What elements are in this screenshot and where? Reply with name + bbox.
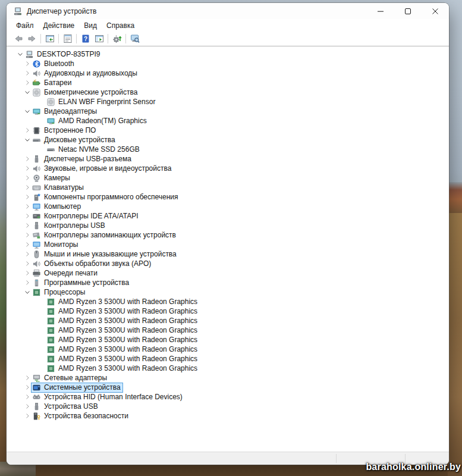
chevron-collapsed-icon[interactable] — [23, 127, 31, 134]
tree-item[interactable]: Компоненты программного обеспечения — [7, 192, 449, 202]
menu-item-help[interactable]: Справка — [102, 20, 139, 31]
tree-item[interactable]: AMD Radeon(TM) Graphics — [7, 116, 449, 126]
wallpaper-cliff-detail — [448, 213, 462, 476]
chevron-expanded-icon[interactable] — [23, 136, 31, 144]
chevron-collapsed-icon[interactable] — [23, 241, 31, 249]
chevron-collapsed-icon[interactable] — [23, 203, 31, 211]
tree-item[interactable]: Устройства USB — [7, 402, 449, 411]
forward-button[interactable] — [25, 33, 39, 45]
minimize-button[interactable] — [367, 3, 394, 19]
chevron-collapsed-icon[interactable] — [23, 70, 31, 77]
properties-button[interactable] — [61, 33, 74, 45]
chevron-collapsed-icon[interactable] — [23, 79, 31, 87]
update-driver-icon — [112, 34, 122, 43]
tree-item-label: Устройства USB — [44, 402, 98, 411]
tree-item-content: Звуковые, игровые и видеоустройства — [31, 164, 174, 174]
tree-item[interactable]: Объекты обработки звука (APO) — [7, 259, 449, 268]
tree-item[interactable]: AMD Ryzen 3 5300U with Radeon Graphics — [7, 345, 449, 354]
chevron-placeholder — [37, 117, 45, 125]
scan-hardware-changes-button[interactable] — [128, 33, 142, 45]
device-tree-pane[interactable]: DESKTOP-835TPI9BluetoothАудиовходы и ауд… — [7, 46, 449, 452]
tree-item[interactable]: Встроенное ПО — [7, 126, 449, 135]
tree-item[interactable]: Устройства HID (Human Interface Devices) — [7, 392, 449, 402]
tree-item[interactable]: Диспетчеры USB-разъема — [7, 154, 449, 164]
tree-item[interactable]: Очереди печати — [7, 268, 449, 278]
update-driver-button[interactable] — [110, 33, 124, 45]
chevron-collapsed-icon[interactable] — [23, 260, 31, 268]
tree-item[interactable]: Мыши и иные указывающие устройства — [7, 249, 449, 259]
tree-item-label: AMD Radeon(TM) Graphics — [58, 117, 147, 126]
tree-item-content: Батареи — [31, 78, 74, 88]
tree-item[interactable]: Процессоры — [7, 287, 449, 297]
display-adapter-icon — [46, 117, 55, 126]
tree-item[interactable]: Netac NVMe SSD 256GB — [7, 145, 449, 154]
chevron-collapsed-icon[interactable] — [23, 212, 31, 220]
tree-item-label: Контроллеры IDE ATA/ATAPI — [44, 212, 139, 221]
help-button[interactable]: ? — [78, 33, 92, 45]
chevron-collapsed-icon[interactable] — [23, 279, 31, 287]
tree-item[interactable]: Дисковые устройства — [7, 135, 449, 145]
title-bar[interactable]: Диспетчер устройств — [7, 3, 449, 19]
tree-item[interactable]: AMD Ryzen 3 5300U with Radeon Graphics — [7, 325, 449, 335]
chevron-collapsed-icon[interactable] — [23, 60, 31, 68]
maximize-button[interactable] — [394, 3, 422, 19]
mouse-icon — [32, 250, 41, 259]
chevron-collapsed-icon[interactable] — [23, 155, 31, 163]
tree-item[interactable]: Компьютер — [7, 202, 449, 211]
show-action-pane-button[interactable] — [92, 33, 106, 45]
tree-item[interactable]: AMD Ryzen 3 5300U with Radeon Graphics — [7, 364, 449, 373]
tree-item[interactable]: Камеры — [7, 173, 449, 183]
toolbar-separator — [58, 34, 59, 43]
chevron-placeholder — [37, 365, 45, 372]
chevron-expanded-icon[interactable] — [16, 51, 24, 58]
chevron-collapsed-icon[interactable] — [23, 222, 31, 230]
tree-item[interactable]: Контроллеры USB — [7, 221, 449, 230]
tree-item[interactable]: Аудиовходы и аудиовыходы — [7, 68, 449, 78]
tree-item[interactable]: Звуковые, игровые и видеоустройства — [7, 164, 449, 173]
chevron-collapsed-icon[interactable] — [23, 393, 31, 401]
chevron-expanded-icon[interactable] — [23, 289, 31, 296]
tree-item[interactable]: DESKTOP-835TPI9 — [7, 49, 449, 59]
chevron-expanded-icon[interactable] — [23, 89, 31, 96]
tree-item[interactable]: ELAN WBF Fingerprint Sensor — [7, 97, 449, 107]
chevron-collapsed-icon[interactable] — [23, 193, 31, 201]
show-hide-console-tree-button[interactable] — [43, 33, 56, 45]
chevron-collapsed-icon[interactable] — [23, 403, 31, 411]
chevron-collapsed-icon[interactable] — [23, 174, 31, 182]
close-button[interactable] — [422, 3, 449, 19]
tree-item[interactable]: AMD Ryzen 3 5300U with Radeon Graphics — [7, 335, 449, 345]
system-icon — [32, 383, 41, 392]
tree-item[interactable]: Мониторы — [7, 240, 449, 249]
tree-item[interactable]: Устройства безопасности — [7, 411, 449, 421]
tree-item[interactable]: Биометрические устройства — [7, 87, 449, 97]
chevron-collapsed-icon[interactable] — [23, 384, 31, 392]
tree-item-content: Компьютер — [31, 202, 83, 212]
chevron-collapsed-icon[interactable] — [23, 412, 31, 420]
menu-item-view[interactable]: Вид — [79, 20, 102, 31]
tree-item[interactable]: AMD Ryzen 3 5300U with Radeon Graphics — [7, 316, 449, 325]
back-button[interactable] — [11, 33, 25, 45]
tree-item[interactable]: Сетевые адаптеры — [7, 373, 449, 383]
tree-item-content: Камеры — [31, 173, 73, 183]
chevron-collapsed-icon[interactable] — [23, 184, 31, 192]
tree-item[interactable]: AMD Ryzen 3 5300U with Radeon Graphics — [7, 297, 449, 306]
chevron-collapsed-icon[interactable] — [23, 374, 31, 382]
tree-item[interactable]: AMD Ryzen 3 5300U with Radeon Graphics — [7, 306, 449, 316]
tree-item[interactable]: Клавиатуры — [7, 183, 449, 192]
tree-item[interactable]: AMD Ryzen 3 5300U with Radeon Graphics — [7, 354, 449, 364]
chevron-collapsed-icon[interactable] — [23, 231, 31, 239]
chevron-collapsed-icon[interactable] — [23, 165, 31, 173]
tree-item[interactable]: Bluetooth — [7, 59, 449, 68]
tree-item[interactable]: Батареи — [7, 78, 449, 87]
tree-item[interactable]: Контроллеры IDE ATA/ATAPI — [7, 211, 449, 221]
tree-item[interactable]: Видеоадаптеры — [7, 107, 449, 116]
menu-item-action[interactable]: Действие — [39, 20, 80, 31]
chevron-collapsed-icon[interactable] — [23, 250, 31, 258]
tree-item-content: Программные устройства — [31, 278, 131, 288]
menu-item-file[interactable]: Файл — [11, 20, 39, 31]
chevron-collapsed-icon[interactable] — [23, 270, 31, 277]
tree-item[interactable]: Программные устройства — [7, 278, 449, 287]
tree-item-selected[interactable]: Системные устройства — [7, 383, 449, 392]
tree-item[interactable]: Контроллеры запоминающих устройств — [7, 230, 449, 240]
chevron-expanded-icon[interactable] — [23, 108, 31, 115]
